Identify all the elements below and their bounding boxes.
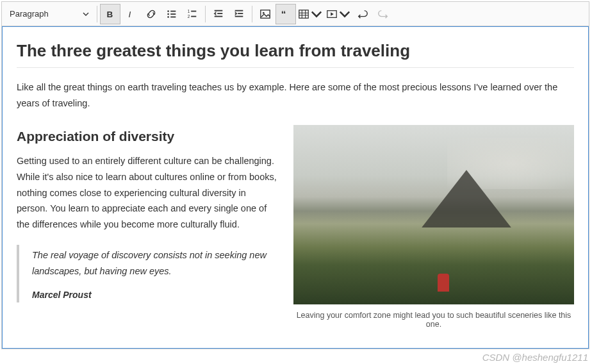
outdent-button[interactable]: [208, 4, 229, 24]
svg-rect-7: [170, 16, 176, 17]
indent-button[interactable]: [229, 4, 249, 24]
intro-paragraph[interactable]: Like all the great things on earth trave…: [17, 79, 574, 111]
bold-icon: B: [104, 8, 116, 20]
svg-rect-5: [170, 13, 176, 15]
bulleted-list-icon: [166, 8, 177, 20]
numbered-list-button[interactable]: 12: [182, 4, 202, 24]
toolbar-separator: [205, 6, 206, 22]
svg-text:“: “: [281, 8, 286, 19]
numbered-list-icon: 12: [186, 8, 198, 20]
undo-icon: [357, 8, 368, 20]
toolbar-separator: [97, 6, 97, 22]
chevron-down-icon: [311, 8, 322, 20]
svg-rect-17: [235, 15, 243, 17]
table-icon: [298, 8, 309, 20]
link-button[interactable]: [141, 4, 161, 24]
toolbar-separator: [252, 6, 252, 22]
svg-rect-16: [238, 13, 243, 14]
svg-rect-21: [299, 10, 308, 18]
svg-point-2: [167, 10, 169, 12]
svg-rect-13: [217, 13, 222, 14]
redo-button[interactable]: [373, 4, 393, 24]
svg-text:B: B: [107, 9, 113, 19]
blockquote-button[interactable]: “: [275, 4, 296, 24]
quote-author[interactable]: Marcel Proust: [32, 290, 278, 300]
editor-content[interactable]: The three greatest things you learn from…: [2, 26, 589, 349]
image-icon: [259, 8, 271, 20]
redo-icon: [377, 8, 389, 20]
svg-text:2: 2: [188, 14, 190, 19]
svg-rect-18: [261, 10, 270, 18]
figure-image[interactable]: [293, 125, 574, 304]
document-title[interactable]: The three greatest things you learn from…: [17, 41, 574, 68]
quote-icon: “: [280, 8, 292, 20]
heading-dropdown[interactable]: Paragraph: [4, 4, 94, 24]
svg-rect-11: [191, 15, 196, 17]
right-column: Leaving your comfort zone might lead you…: [293, 125, 574, 329]
bulleted-list-button[interactable]: [161, 4, 182, 24]
left-column: Appreciation of diversity Getting used t…: [17, 125, 278, 329]
toolbar: Paragraph B I 12 “: [2, 2, 589, 26]
italic-icon: I: [125, 8, 136, 20]
svg-rect-9: [191, 10, 196, 12]
media-button[interactable]: [324, 4, 352, 24]
section-heading[interactable]: Appreciation of diversity: [17, 129, 278, 144]
quote-text[interactable]: The real voyage of discovery consists no…: [32, 247, 278, 279]
image-button[interactable]: [255, 4, 275, 24]
svg-rect-12: [215, 10, 223, 11]
svg-rect-14: [215, 15, 223, 17]
two-column-layout: Appreciation of diversity Getting used t…: [17, 125, 574, 329]
outdent-icon: [213, 8, 224, 20]
chevron-down-icon: [83, 11, 89, 17]
table-button[interactable]: [296, 4, 324, 24]
svg-text:1: 1: [188, 9, 190, 13]
svg-text:I: I: [128, 9, 131, 19]
indent-icon: [233, 8, 245, 20]
section-body[interactable]: Getting used to an entirely different cu…: [17, 153, 278, 232]
watermark: CSDN @heshengfu1211: [482, 352, 588, 363]
svg-point-6: [167, 16, 169, 18]
svg-rect-15: [235, 10, 243, 11]
svg-rect-3: [170, 10, 176, 12]
svg-point-4: [167, 13, 169, 15]
chevron-down-icon: [339, 8, 350, 20]
italic-button[interactable]: I: [120, 4, 141, 24]
person-decoration: [438, 274, 449, 292]
editor-container: Paragraph B I 12 “ The three greatest th…: [1, 1, 589, 349]
figure-caption[interactable]: Leaving your comfort zone might lead you…: [293, 311, 574, 329]
figure: Leaving your comfort zone might lead you…: [293, 125, 574, 329]
undo-button[interactable]: [352, 4, 373, 24]
link-icon: [145, 8, 157, 20]
media-icon: [326, 8, 338, 20]
bold-button[interactable]: B: [100, 4, 120, 24]
heading-dropdown-label: Paragraph: [10, 9, 49, 19]
blockquote[interactable]: The real voyage of discovery consists no…: [17, 245, 278, 302]
